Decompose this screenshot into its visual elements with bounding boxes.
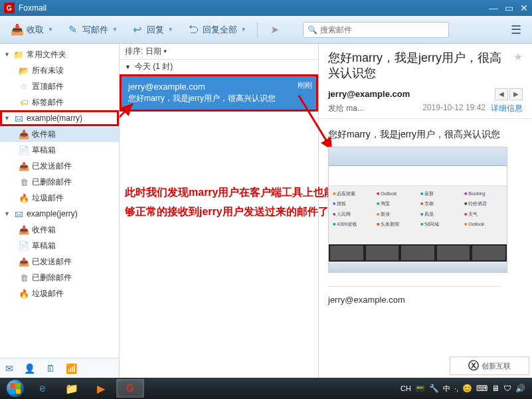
receive-button[interactable]: 📥 收取 ▼ [5,21,58,39]
receive-label: 收取 [27,24,44,36]
folder-label: 常用文件夹 [27,49,66,60]
group-today[interactable]: ▼ 今天 (1 封) [120,60,318,74]
folder-inbox[interactable]: 📥收件箱 [0,222,119,238]
tray-icon[interactable]: 🔧 [429,384,439,393]
reply-button[interactable]: ↩ 回复 ▼ [126,21,179,39]
folder-bottom-bar: ✉ 👤 🗓 📶 [0,358,119,378]
tray-icon[interactable]: ⌨ [476,384,488,393]
message-item[interactable]: jerry@example.com 您好marry，我是jerry用户，很高兴认… [120,74,318,112]
expand-icon: ▼ [4,115,11,121]
forward-icon: ➤ [268,23,282,37]
toolbar: 📥 收取 ▼ ✎ 写邮件 ▼ ↩ 回复 ▼ ⮌ 回复全部 ▼ ➤ 🔍 ☰ [0,16,532,44]
folder-junk[interactable]: 🔥垃圾邮件 [0,190,119,206]
account-marry[interactable]: ▼ 🖂 example(marry) [0,110,119,126]
folder-tagged[interactable]: 🏷标签邮件 [0,94,119,110]
folder-inbox[interactable]: 📥收件箱 [0,126,119,142]
ime-label[interactable]: CH [400,384,411,392]
tray-icon[interactable]: 😊 [462,384,472,393]
tray-icon[interactable]: 📟 [415,384,425,393]
compose-icon: ✎ [66,23,80,37]
windows-taskbar: e 📁 ▶ G CH 📟 🔧 中 ·, 😊 ⌨ 🖥 🛡 🔊 [0,378,532,399]
tray-icon[interactable]: 🛡 [503,384,511,393]
annotation-text: 此时我们发现marry用户在客户端工具上也能 够正常的接收到jerry用户发送过… [125,183,351,222]
tray-icon[interactable]: 🖥 [491,384,499,393]
sent-icon: 📤 [19,256,29,267]
ie-icon: e [40,382,46,394]
taskbar-mediaplayer[interactable]: ▶ [87,379,115,398]
taskbar-ie[interactable]: e [29,379,56,398]
inbox-icon: 📥 [19,129,29,139]
contacts-icon[interactable]: 👤 [24,363,35,374]
watermark: ⓧ 创新互联 [450,357,529,375]
preview-subject: 您好marry，我是jerry用户，很高兴认识您 [328,50,509,82]
folder-label: 已删除邮件 [32,177,72,188]
annotation-line: 够正常的接收到jerry用户发送过来的邮件了 [125,202,351,222]
folder-label: 收件箱 [32,129,56,140]
folder-sent[interactable]: 📤已发送邮件 [0,158,119,174]
folder-icon: 📁 [13,49,24,60]
preview-date: 2019-10-12 19:42 [422,103,486,114]
volume-icon[interactable]: 🔊 [515,384,525,393]
preview-detail-link[interactable]: 详细信息 [491,103,523,114]
chevron-down-icon: ▼ [112,27,118,33]
reply-icon: ↩ [131,23,144,37]
compose-button[interactable]: ✎ 写邮件 ▼ [61,21,123,39]
search-box[interactable]: 🔍 [303,22,449,38]
folder-label: 置顶邮件 [32,81,64,92]
chevron-down-icon: ▼ [163,48,168,54]
account-jerry[interactable]: ▼ 🖂 example(jerry) [0,206,119,222]
message-time: 刚刚 [298,80,312,90]
folder-label: 所有未读 [32,65,64,76]
rss-icon[interactable]: 📶 [66,363,77,374]
signature: jerry@example.com [328,286,501,307]
folder-common[interactable]: ▼ 📁 常用文件夹 [0,46,119,62]
chevron-down-icon: ▼ [168,27,173,33]
next-mail-button[interactable]: ▶ [509,88,523,100]
maximize-button[interactable]: ▭ [505,3,513,13]
compose-label: 写邮件 [82,24,108,36]
calendar-icon[interactable]: 🗓 [46,363,55,374]
folder-sent[interactable]: 📤已发送邮件 [0,254,119,270]
folder-junk[interactable]: 🔥垃圾邮件 [0,285,119,301]
prev-mail-button[interactable]: ◀ [495,88,508,100]
drafts-icon: 📄 [19,240,29,251]
reply-all-label: 回复全部 [203,24,237,36]
folder-label: 垃圾邮件 [32,288,64,299]
expand-icon: ▼ [4,210,11,217]
watermark-text: 创新互联 [482,361,511,371]
folder-pinned[interactable]: ☆置顶邮件 [0,78,119,94]
minimize-button[interactable]: — [489,3,498,13]
mail-icon: 📂 [19,65,29,76]
folder-unread[interactable]: 📂所有未读 [0,62,119,78]
tag-icon: 🏷 [19,97,29,108]
star-icon: ☆ [19,81,29,92]
start-button[interactable] [3,379,28,398]
sort-bar[interactable]: 排序: 日期 ▼ [120,44,318,60]
sent-icon: 📤 [19,161,29,171]
system-tray: CH 📟 🔧 中 ·, 😊 ⌨ 🖥 🛡 🔊 [400,384,529,394]
folder-drafts[interactable]: 📄草稿箱 [0,142,119,158]
reply-label: 回复 [147,24,164,36]
app-logo-icon: G [4,3,15,13]
trash-icon: 🗑 [19,272,29,283]
taskbar-foxmail[interactable]: G [116,379,144,398]
media-icon: ▶ [97,382,105,395]
search-input[interactable] [320,25,444,35]
reply-all-button[interactable]: ⮌ 回复全部 ▼ [181,21,252,39]
menu-button[interactable]: ☰ [505,23,527,37]
trash-icon: 🗑 [19,177,29,187]
forward-button[interactable]: ➤ [263,21,287,39]
folder-trash[interactable]: 🗑已删除邮件 [0,174,119,190]
star-icon[interactable]: ★ [513,50,523,64]
collapse-icon: ▼ [125,64,131,70]
folder-trash[interactable]: 🗑已删除邮件 [0,270,119,285]
chevron-down-icon: ▼ [241,27,246,33]
account-label: example(marry) [27,114,82,123]
folder-drafts[interactable]: 📄草稿箱 [0,238,119,254]
app-title: Foxmail [19,3,489,13]
ime-text[interactable]: 中 [443,384,450,394]
mail-view-icon[interactable]: ✉ [5,363,13,374]
taskbar-explorer[interactable]: 📁 [58,379,86,398]
message-subject: 您好marry，我是jerry用户，很高兴认识您 [128,93,310,104]
close-button[interactable]: ✕ [520,3,528,13]
